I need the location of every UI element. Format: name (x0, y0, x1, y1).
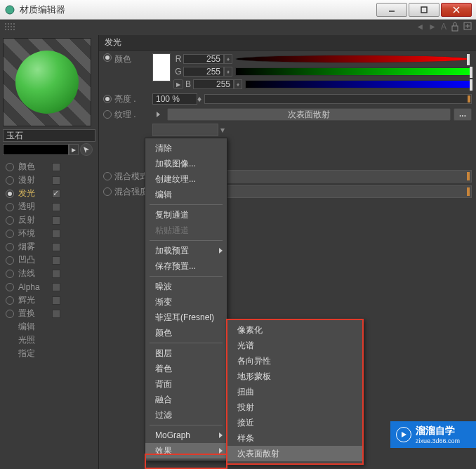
channel-radio[interactable] (6, 283, 14, 291)
menu-item-加载预置[interactable]: 加载预置 (145, 243, 227, 258)
texture-button[interactable]: 次表面散射 (167, 108, 451, 121)
subchannel-编辑[interactable]: 编辑 (0, 320, 98, 333)
menu-item-清除[interactable]: 清除 (145, 140, 227, 156)
menu-item-着色[interactable]: 着色 (145, 361, 227, 376)
shader-arrow-button[interactable]: ▸ (69, 144, 79, 155)
channel-checkbox[interactable] (52, 310, 60, 318)
effect-item-接近[interactable]: 接近 (227, 415, 362, 430)
menu-item-颜色[interactable]: 颜色 (145, 325, 227, 341)
sampling-select[interactable] (152, 124, 218, 136)
effect-item-扭曲[interactable]: 扭曲 (227, 384, 362, 399)
picker-tool-button[interactable] (80, 143, 93, 156)
channel-checkbox[interactable] (52, 296, 60, 305)
subchannel-指定[interactable]: 指定 (0, 347, 98, 360)
channel-radio[interactable] (6, 310, 14, 318)
channel-checkbox[interactable] (52, 270, 60, 278)
r-value-field[interactable]: 255 (183, 54, 224, 64)
menu-item-创建纹理...[interactable]: 创建纹理... (145, 171, 227, 187)
channel-反射[interactable]: 反射 (0, 213, 98, 227)
channel-发光[interactable]: 发光 (0, 187, 98, 200)
channel-checkbox[interactable] (52, 190, 60, 198)
texture-browse-button[interactable]: ... (454, 108, 472, 121)
lock-icon[interactable] (451, 22, 459, 34)
brightness-value-field[interactable]: 100 % (152, 93, 197, 105)
color-radio[interactable] (103, 53, 112, 62)
menu-item-编辑[interactable]: 编辑 (145, 187, 227, 202)
channel-凹凸[interactable]: 凹凸 (0, 253, 98, 267)
texture-radio[interactable] (103, 110, 112, 119)
menu-item-保存预置...[interactable]: 保存预置... (145, 258, 227, 274)
menu-item-渐变[interactable]: 渐变 (145, 294, 227, 310)
effect-item-各向异性[interactable]: 各向异性 (227, 353, 362, 369)
expand-icon[interactable] (463, 22, 472, 34)
channel-radio[interactable] (6, 203, 14, 211)
menu-item-效果[interactable]: 效果 (145, 443, 227, 458)
text-icon[interactable]: A (441, 22, 447, 34)
color-swatch[interactable] (152, 53, 171, 81)
channel-radio[interactable] (6, 296, 14, 305)
material-name-field[interactable]: 玉石 (3, 129, 95, 142)
b-value-field[interactable]: 255 (193, 79, 234, 89)
menu-item-过滤[interactable]: 过滤 (145, 407, 227, 423)
channel-radio[interactable] (6, 216, 14, 225)
brightness-radio[interactable] (103, 95, 112, 103)
channel-checkbox[interactable] (52, 243, 60, 251)
channel-checkbox[interactable] (52, 203, 60, 211)
menu-item-噪波[interactable]: 噪波 (145, 279, 227, 294)
channel-checkbox[interactable] (52, 283, 60, 291)
channel-radio[interactable] (6, 256, 14, 265)
channel-Alpha[interactable]: Alpha (0, 280, 98, 293)
channel-radio[interactable] (6, 163, 14, 171)
menu-item-复制通道[interactable]: 复制通道 (145, 207, 227, 223)
maximize-button[interactable] (409, 3, 439, 17)
material-preview[interactable] (3, 38, 91, 126)
texture-menu-arrow[interactable] (157, 112, 160, 117)
channel-法线[interactable]: 法线 (0, 267, 98, 280)
g-spinner[interactable]: ♦ (224, 67, 232, 77)
arrow-right-icon[interactable]: ► (428, 22, 437, 34)
menu-item-背面[interactable]: 背面 (145, 376, 227, 392)
channel-checkbox[interactable] (52, 230, 60, 238)
subchannel-光照[interactable]: 光照 (0, 333, 98, 347)
effect-item-光谱[interactable]: 光谱 (227, 338, 362, 353)
channel-checkbox[interactable] (52, 256, 60, 265)
g-slider[interactable] (235, 67, 472, 76)
r-spinner[interactable]: ♦ (224, 54, 232, 64)
minimize-button[interactable] (376, 3, 407, 17)
b-slider[interactable] (245, 80, 472, 88)
r-slider[interactable] (235, 55, 469, 63)
brightness-spinner[interactable]: ♦ (197, 94, 201, 104)
effect-item-像素化[interactable]: 像素化 (227, 322, 362, 338)
hsv-arrow-button[interactable]: ▶ (173, 79, 183, 89)
channel-透明[interactable]: 透明 (0, 200, 98, 213)
mixmode-radio[interactable] (103, 172, 112, 180)
brightness-slider[interactable] (204, 94, 472, 104)
channel-radio[interactable] (6, 270, 14, 278)
effect-item-地形蒙板[interactable]: 地形蒙板 (227, 369, 362, 384)
effect-item-样条[interactable]: 样条 (227, 430, 362, 446)
arrow-left-icon[interactable]: ◄ (416, 22, 424, 34)
channel-烟雾[interactable]: 烟雾 (0, 240, 98, 253)
effect-item-投射[interactable]: 投射 (227, 399, 362, 415)
channel-radio[interactable] (6, 230, 14, 238)
menu-item-图层[interactable]: 图层 (145, 345, 227, 361)
close-button[interactable] (441, 3, 472, 17)
menu-item-MoGraph[interactable]: MoGraph (145, 428, 227, 443)
shader-swatch[interactable] (3, 144, 69, 155)
channel-checkbox[interactable] (52, 163, 60, 171)
channel-radio[interactable] (6, 243, 14, 251)
mixstrength-radio[interactable] (103, 187, 112, 196)
menu-item-加载图像...[interactable]: 加载图像... (145, 156, 227, 171)
b-spinner[interactable]: ♦ (234, 79, 242, 89)
menu-item-融合[interactable]: 融合 (145, 392, 227, 407)
channel-checkbox[interactable] (52, 176, 60, 185)
channel-辉光[interactable]: 辉光 (0, 293, 98, 307)
channel-漫射[interactable]: 漫射 (0, 173, 98, 187)
channel-环境[interactable]: 环境 (0, 227, 98, 240)
g-value-field[interactable]: 255 (183, 67, 224, 77)
menu-item-菲涅耳(Fresnel)[interactable]: 菲涅耳(Fresnel) (145, 310, 227, 325)
channel-radio[interactable] (6, 190, 14, 198)
channel-颜色[interactable]: 颜色 (0, 160, 98, 173)
effect-item-次表面散射[interactable]: 次表面散射 (227, 446, 362, 461)
channel-radio[interactable] (6, 176, 14, 185)
